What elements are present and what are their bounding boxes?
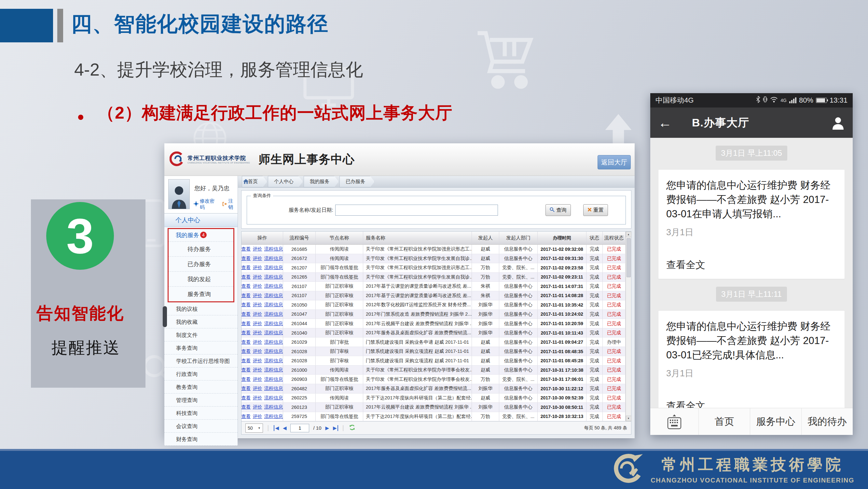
logout-link[interactable]: 注销	[228, 198, 238, 210]
breadcrumb-tab[interactable]: 个人中心	[268, 176, 303, 187]
phone-nav-tab[interactable]: 服务中心	[750, 408, 801, 435]
rate-link[interactable]: 评价	[253, 264, 262, 271]
view-link[interactable]: 查看	[242, 264, 251, 271]
view-link[interactable]: 查看	[242, 246, 251, 252]
sidebar-item[interactable]: 行政查询	[164, 368, 238, 380]
sidebar-subitem[interactable]: 待办服务	[168, 241, 234, 256]
flow-info-link[interactable]: 流程信息	[264, 413, 283, 420]
view-link[interactable]: 查看	[242, 367, 251, 373]
last-page-button[interactable]: ▶	[333, 425, 338, 431]
flow-info-link[interactable]: 流程信息	[264, 283, 283, 289]
sidebar-item-my-services[interactable]: 我的服务4	[168, 229, 234, 241]
sidebar-item[interactable]: 科技查询	[164, 407, 238, 420]
sidebar-subitem[interactable]: 服务查询	[168, 286, 234, 301]
sidebar-item[interactable]: 制度文件	[164, 328, 238, 341]
query-input[interactable]	[335, 205, 498, 216]
rate-link[interactable]: 评价	[253, 274, 262, 280]
page-size-select[interactable]: 50 ▼	[245, 424, 263, 433]
table-scrollbar[interactable]: ▲ ▼	[625, 232, 631, 421]
breadcrumb-tab[interactable]: 已办服务	[339, 176, 375, 187]
view-link[interactable]: 查看	[242, 358, 251, 364]
sidebar-subitem[interactable]: 已办服务	[168, 256, 234, 271]
view-link[interactable]: 查看	[242, 302, 251, 308]
message-card[interactable]: 您申请的信息中心运行维护费 财务经费报销——不含差旅费 赵小芳 2017-03-…	[658, 311, 844, 420]
rate-link[interactable]: 评价	[253, 339, 262, 345]
rate-link[interactable]: 评价	[253, 395, 262, 401]
next-page-button[interactable]: ▶	[326, 425, 329, 431]
back-to-hall-button[interactable]: 返回大厅	[597, 155, 631, 169]
view-link[interactable]: 查看	[242, 330, 251, 336]
refresh-icon[interactable]	[349, 424, 355, 432]
flow-info-link[interactable]: 流程信息	[264, 321, 283, 327]
view-link[interactable]: 查看	[242, 292, 251, 299]
view-full-text-link[interactable]: 查看全文	[666, 258, 837, 272]
first-page-button[interactable]: ◀	[274, 425, 279, 431]
rate-link[interactable]: 评价	[253, 376, 262, 382]
flow-info-link[interactable]: 流程信息	[264, 330, 283, 336]
rate-link[interactable]: 评价	[253, 255, 262, 262]
rate-link[interactable]: 评价	[253, 385, 262, 392]
rate-link[interactable]: 评价	[253, 348, 262, 354]
flow-info-link[interactable]: 流程信息	[264, 311, 283, 317]
view-link[interactable]: 查看	[242, 274, 251, 280]
view-link[interactable]: 查看	[242, 395, 251, 401]
back-arrow-icon[interactable]: ←	[658, 116, 672, 130]
view-link[interactable]: 查看	[242, 339, 251, 345]
phone-nav-tab[interactable]: 首页	[699, 408, 750, 435]
sidebar-subitem[interactable]: 我的发起	[168, 271, 234, 286]
scrollbar-thumb[interactable]	[626, 238, 631, 277]
rate-link[interactable]: 评价	[253, 330, 262, 336]
flow-info-link[interactable]: 流程信息	[264, 246, 283, 252]
sidebar-item[interactable]: 会议查询	[164, 420, 238, 433]
view-link[interactable]: 查看	[242, 283, 251, 289]
flow-info-link[interactable]: 流程信息	[264, 348, 283, 354]
rate-link[interactable]: 评价	[253, 311, 262, 317]
rate-link[interactable]: 评价	[253, 367, 262, 373]
view-link[interactable]: 查看	[242, 404, 251, 410]
rate-link[interactable]: 评价	[253, 413, 262, 420]
change-password-link[interactable]: 修改密码	[200, 198, 218, 210]
rate-link[interactable]: 评价	[253, 321, 262, 327]
sidebar-item[interactable]: 财务查询	[164, 433, 238, 446]
flow-info-link[interactable]: 流程信息	[264, 255, 283, 262]
phone-nav-tab[interactable]: 我的待办	[801, 408, 853, 435]
flow-info-link[interactable]: 流程信息	[264, 292, 283, 299]
view-link[interactable]: 查看	[242, 376, 251, 382]
rate-link[interactable]: 评价	[253, 283, 262, 289]
view-link[interactable]: 查看	[242, 311, 251, 317]
breadcrumb-tab[interactable]: 我的服务	[304, 176, 339, 187]
flow-info-link[interactable]: 流程信息	[264, 302, 283, 308]
flow-info-link[interactable]: 流程信息	[264, 395, 283, 401]
flow-info-link[interactable]: 流程信息	[264, 367, 283, 373]
sidebar-item[interactable]: 我的收藏	[164, 315, 238, 328]
rate-link[interactable]: 评价	[253, 358, 262, 364]
sidebar-item[interactable]: 管理查询	[164, 394, 238, 407]
view-link[interactable]: 查看	[242, 321, 251, 327]
view-link[interactable]: 查看	[242, 255, 251, 262]
scroll-up-icon[interactable]: ▲	[626, 232, 631, 237]
flow-info-link[interactable]: 流程信息	[264, 376, 283, 382]
reset-button[interactable]: 重置	[583, 204, 608, 216]
flow-info-link[interactable]: 流程信息	[264, 339, 283, 345]
sidebar-item[interactable]: 教务查询	[164, 380, 238, 394]
rate-link[interactable]: 评价	[253, 246, 262, 252]
search-button[interactable]: 查询	[546, 204, 571, 216]
flow-info-link[interactable]: 流程信息	[264, 358, 283, 364]
flow-info-link[interactable]: 流程信息	[264, 264, 283, 271]
flow-info-link[interactable]: 流程信息	[264, 404, 283, 410]
view-link[interactable]: 查看	[242, 413, 251, 420]
prev-page-button[interactable]: ◀	[283, 425, 287, 431]
sidebar-item[interactable]: 事务查询	[164, 341, 238, 354]
scroll-down-icon[interactable]: ▼	[626, 416, 631, 421]
flow-info-link[interactable]: 流程信息	[264, 385, 283, 392]
rate-link[interactable]: 评价	[253, 302, 262, 308]
sidebar-item[interactable]: 学校工作运行思维导图	[164, 354, 238, 368]
rate-link[interactable]: 评价	[253, 292, 262, 299]
view-link[interactable]: 查看	[242, 348, 251, 354]
sidebar-tab-personal-center[interactable]: 个人中心	[164, 214, 238, 227]
sidebar-item[interactable]: 我的议核	[164, 302, 238, 315]
rate-link[interactable]: 评价	[253, 404, 262, 410]
view-link[interactable]: 查看	[242, 385, 251, 392]
message-card[interactable]: 您申请的信息中心运行维护费 财务经费报销——不含差旅费 赵小芳 2017-03-…	[658, 170, 844, 279]
sidebar-collapse-handle[interactable]	[163, 306, 167, 327]
